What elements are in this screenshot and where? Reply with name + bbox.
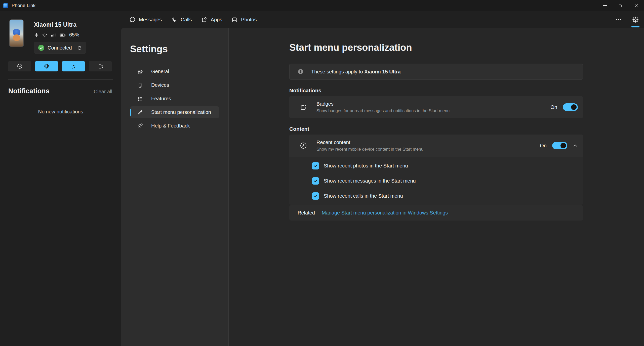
- phone-handset-icon: [171, 17, 177, 23]
- vibrate-button[interactable]: [35, 61, 58, 71]
- settings-active-indicator: [631, 26, 639, 27]
- recent-content-row: Recent content Show my recent mobile dev…: [289, 135, 583, 157]
- tab-photos-label: Photos: [241, 17, 257, 23]
- apps-grid-icon: [201, 17, 208, 23]
- sidebar-item-label: General: [151, 69, 169, 74]
- chevron-up-icon[interactable]: [573, 143, 578, 148]
- recent-messages-checkbox[interactable]: [312, 177, 319, 185]
- tab-calls[interactable]: Calls: [171, 17, 192, 23]
- cellular-signal-icon: [51, 32, 57, 38]
- page-title: Start menu personalization: [289, 28, 583, 53]
- pen-icon: [137, 109, 143, 115]
- phone-audio-button[interactable]: [89, 61, 112, 71]
- refresh-button[interactable]: [77, 45, 82, 50]
- music-note-icon: ♫: [71, 63, 76, 69]
- recent-content-card: Recent content Show my recent mobile dev…: [289, 135, 583, 205]
- more-ellipsis-icon: [615, 16, 622, 23]
- bluetooth-icon: [34, 32, 39, 38]
- phone-audio-icon: [97, 63, 104, 69]
- connected-check-icon: [38, 45, 45, 51]
- device-status-row: 65%: [34, 32, 86, 38]
- related-bar: Related Manage Start menu personalizatio…: [289, 205, 583, 221]
- feature-list-icon: [137, 96, 143, 102]
- option-recent-messages: Show recent messages in the Start menu: [289, 173, 583, 188]
- sidebar-item-general[interactable]: General: [130, 66, 219, 77]
- sidebar-item-features[interactable]: Features: [130, 93, 219, 105]
- clock-icon: [300, 142, 307, 149]
- phone-icon: [137, 82, 143, 88]
- help-feedback-icon: [137, 123, 143, 129]
- quick-actions-row: ♫: [0, 54, 121, 71]
- related-label: Related: [298, 210, 315, 216]
- checkmark-icon: [313, 163, 318, 168]
- message-bubble-icon: [129, 16, 136, 23]
- recent-messages-label: Show recent messages in the Start menu: [324, 178, 416, 184]
- minimize-button[interactable]: [597, 0, 613, 11]
- info-banner-text: These settings apply to Xiaomi 15 Ultra: [311, 69, 401, 75]
- badges-subtitle: Show badges for unread messages and noti…: [316, 108, 450, 113]
- badges-toggle[interactable]: [563, 103, 578, 111]
- wallpaper-figure-body: [13, 34, 20, 41]
- info-banner-device: Xiaomi 15 Ultra: [364, 69, 401, 74]
- notifications-panel-title: Notifications: [8, 87, 50, 95]
- window-controls: [597, 0, 644, 11]
- checkmark-icon: [313, 194, 318, 198]
- recent-photos-label: Show recent photos in the Start menu: [324, 163, 408, 169]
- settings-title: Settings: [130, 44, 228, 55]
- do-not-disturb-button[interactable]: [8, 61, 31, 71]
- badges-title: Badges: [316, 101, 450, 107]
- info-banner: These settings apply to Xiaomi 15 Ultra: [289, 64, 583, 80]
- sidebar-item-label: Features: [151, 96, 171, 102]
- sidebar-item-start-menu-personalization[interactable]: Start menu personalization: [130, 106, 219, 118]
- device-panel: Xiaomi 15 Ultra: [0, 11, 121, 346]
- audio-button[interactable]: ♫: [62, 61, 85, 71]
- recent-content-toggle-state: On: [540, 143, 547, 149]
- recent-calls-checkbox[interactable]: [312, 192, 319, 200]
- sidebar-item-label: Help & Feedback: [151, 123, 190, 129]
- sidebar-item-help-feedback[interactable]: Help & Feedback: [130, 120, 219, 132]
- restore-icon: [618, 3, 623, 8]
- tab-photos[interactable]: Photos: [231, 17, 257, 23]
- tab-messages[interactable]: Messages: [129, 16, 162, 23]
- settings-button[interactable]: [632, 11, 639, 28]
- tab-calls-label: Calls: [181, 17, 192, 23]
- sidebar-item-label: Start menu personalization: [151, 109, 211, 115]
- title-bar: Phone Link: [0, 0, 644, 11]
- badges-row: Badges Show badges for unread messages a…: [289, 96, 583, 118]
- settings-nav-panel: Settings General Devices: [121, 28, 228, 346]
- connection-status-pill: Connected: [34, 42, 86, 54]
- recent-content-options: Show recent photos in the Start menu Sho…: [289, 157, 583, 205]
- minimize-icon: [603, 5, 607, 6]
- wifi-icon: [42, 32, 48, 38]
- clear-all-button[interactable]: Clear all: [94, 89, 112, 95]
- related-settings-link[interactable]: Manage Start menu personalization in Win…: [322, 210, 448, 216]
- tab-apps-label: Apps: [211, 17, 222, 23]
- device-name: Xiaomi 15 Ultra: [34, 21, 86, 28]
- badges-card: Badges Show badges for unread messages a…: [289, 96, 583, 118]
- settings-nav-list: General Devices Features: [121, 66, 228, 132]
- badge-icon: [300, 104, 307, 111]
- phone-link-app-icon: [3, 3, 8, 8]
- sidebar-item-devices[interactable]: Devices: [130, 79, 219, 91]
- info-banner-prefix: These settings apply to: [311, 69, 364, 74]
- photos-icon: [231, 17, 238, 23]
- recent-photos-checkbox[interactable]: [312, 162, 319, 169]
- restore-button[interactable]: [613, 0, 628, 11]
- section-header-notifications: Notifications: [289, 88, 583, 94]
- close-icon: [634, 4, 638, 8]
- option-recent-calls: Show recent calls in the Start menu: [289, 188, 583, 203]
- tab-messages-label: Messages: [139, 17, 162, 23]
- app-title: Phone Link: [12, 3, 35, 8]
- close-button[interactable]: [628, 0, 644, 11]
- info-icon: [298, 69, 304, 75]
- more-menu-button[interactable]: [615, 11, 622, 28]
- recent-content-toggle[interactable]: [552, 142, 567, 149]
- tab-apps[interactable]: Apps: [201, 17, 222, 23]
- battery-percentage: 65%: [69, 32, 79, 38]
- badges-toggle-state: On: [550, 104, 557, 110]
- do-not-disturb-icon: [17, 63, 23, 69]
- phone-wallpaper-thumbnail[interactable]: [9, 19, 24, 47]
- recent-content-title: Recent content: [316, 140, 423, 145]
- gear-icon: [137, 69, 143, 75]
- battery-icon: [59, 32, 66, 38]
